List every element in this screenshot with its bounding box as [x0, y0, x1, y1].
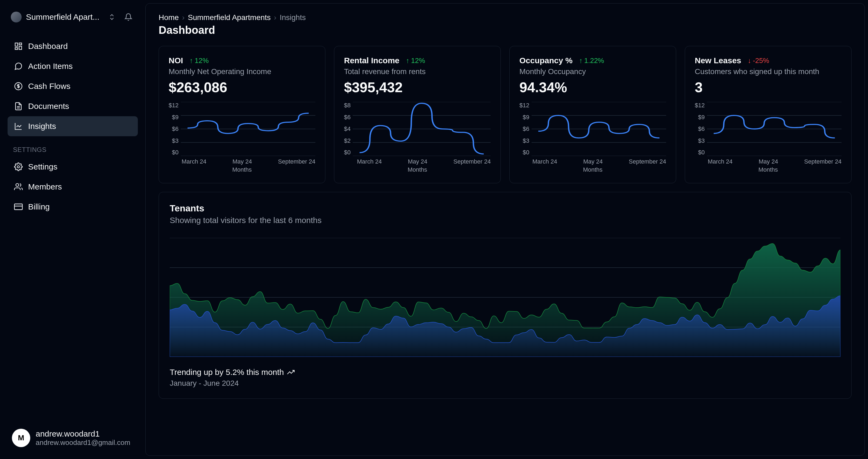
svg-rect-0: [15, 43, 18, 46]
breadcrumb: Home › Summerfield Apartments › Insights: [159, 13, 851, 22]
sidebar-item-documents[interactable]: Documents: [7, 96, 138, 116]
settings-section-label: SETTINGS: [7, 143, 138, 157]
dashboard-icon: [14, 42, 23, 51]
arrow-up-icon: ↑: [189, 57, 193, 65]
x-axis-title: Months: [695, 166, 841, 173]
sidebar-item-label: Settings: [28, 162, 57, 172]
stat-card-rental-income: Rental Income ↑12% Total revenue from re…: [334, 46, 501, 183]
org-name: Summerfield Apart...: [26, 12, 102, 22]
sidebar-item-label: Members: [28, 182, 62, 191]
org-switcher[interactable]: Summerfield Apart...: [7, 7, 138, 27]
stat-delta: ↓-25%: [748, 57, 769, 65]
y-axis: $12$9$6$3$0: [168, 102, 179, 156]
sidebar-item-members[interactable]: Members: [7, 177, 138, 197]
stat-card-new-leases: New Leases ↓-25% Customers who signed up…: [685, 46, 851, 183]
stat-value: $395,432: [344, 79, 491, 95]
stat-title: NOI: [168, 56, 183, 65]
notifications-button[interactable]: [122, 11, 134, 23]
tenants-trend: Trending up by 5.2% this month: [170, 368, 840, 377]
stat-sparkline: $8$6$4$2$0: [344, 102, 491, 156]
stat-subtitle: Total revenue from rents: [344, 67, 491, 76]
chevron-right-icon: ›: [274, 13, 276, 22]
stat-title: Rental Income: [344, 56, 399, 65]
stat-sparkline: $12$9$6$3$0: [519, 102, 666, 156]
svg-rect-7: [14, 204, 22, 210]
page-title: Dashboard: [159, 24, 851, 36]
sidebar-item-label: Action Items: [28, 62, 73, 71]
svg-point-6: [16, 184, 19, 186]
arrow-up-icon: ↑: [406, 57, 409, 65]
stat-value: 3: [695, 79, 841, 95]
stat-subtitle: Monthly Net Operating Income: [168, 67, 315, 76]
tenants-card: Tenants Showing total visitors for the l…: [159, 192, 851, 399]
x-axis: March 24May 24September 24: [695, 158, 841, 165]
x-axis-title: Months: [519, 166, 666, 173]
sidebar-item-action-items[interactable]: Action Items: [7, 56, 138, 76]
y-axis: $12$9$6$3$0: [519, 102, 529, 156]
sidebar-item-dashboard[interactable]: Dashboard: [7, 36, 138, 56]
chevrons-up-down-icon: [108, 13, 116, 21]
sidebar-item-label: Documents: [28, 102, 69, 111]
svg-point-5: [17, 166, 20, 168]
stat-delta: ↑12%: [189, 57, 209, 65]
sidebar-item-label: Insights: [28, 122, 56, 131]
stat-delta: ↑12%: [406, 57, 425, 65]
tenants-area-chart: [170, 238, 840, 357]
breadcrumb-home[interactable]: Home: [159, 13, 179, 22]
tenants-date-range: January - June 2024: [170, 379, 840, 388]
chevron-right-icon: ›: [182, 13, 185, 22]
chart-icon: [14, 122, 23, 130]
stat-value: $263,086: [168, 79, 315, 95]
document-icon: [14, 102, 23, 111]
user-avatar: M: [12, 429, 30, 447]
bell-icon: [124, 13, 132, 21]
dollar-icon: [14, 82, 23, 91]
sidebar-item-cash-flows[interactable]: Cash Flows: [7, 76, 138, 96]
sidebar-item-insights[interactable]: Insights: [7, 116, 138, 136]
stat-subtitle: Customers who signed up this month: [695, 67, 841, 76]
stat-card-occupancy-: Occupancy % ↑1.22% Monthly Occupancy 94.…: [509, 46, 676, 183]
stat-title: Occupancy %: [519, 56, 572, 65]
gear-icon: [14, 162, 23, 171]
stat-title: New Leases: [695, 56, 741, 65]
y-axis: $12$9$6$3$0: [695, 102, 705, 156]
stat-value: 94.34%: [519, 79, 666, 95]
sidebar-item-label: Billing: [28, 202, 50, 211]
sidebar-item-billing[interactable]: Billing: [7, 197, 138, 217]
tenants-subtitle: Showing total visitors for the last 6 mo…: [170, 216, 840, 225]
tenants-title: Tenants: [170, 203, 840, 214]
stat-sparkline: $12$9$6$3$0: [695, 102, 841, 156]
svg-rect-1: [19, 43, 22, 45]
sidebar-item-label: Dashboard: [28, 42, 68, 51]
arrow-up-icon: ↑: [579, 57, 583, 65]
breadcrumb-org[interactable]: Summerfield Apartments: [188, 13, 271, 22]
x-axis: March 24May 24September 24: [519, 158, 666, 165]
x-axis-title: Months: [168, 166, 315, 173]
org-switch-button[interactable]: [106, 11, 118, 23]
sidebar-item-settings[interactable]: Settings: [7, 157, 138, 177]
trending-up-icon: [287, 368, 294, 376]
svg-rect-2: [19, 46, 22, 50]
stat-card-noi: NOI ↑12% Monthly Net Operating Income $2…: [159, 46, 326, 183]
user-email: andrew.woodard1@gmail.com: [36, 438, 130, 447]
card-icon: [14, 203, 23, 211]
chat-icon: [14, 62, 23, 70]
stat-sparkline: $12$9$6$3$0: [168, 102, 315, 156]
stat-delta: ↑1.22%: [579, 57, 604, 65]
x-axis: March 24May 24September 24: [344, 158, 491, 165]
y-axis: $8$6$4$2$0: [344, 102, 350, 156]
stat-subtitle: Monthly Occupancy: [519, 67, 666, 76]
svg-rect-3: [15, 48, 18, 50]
x-axis-title: Months: [344, 166, 491, 173]
breadcrumb-current: Insights: [280, 13, 306, 22]
org-avatar: [11, 11, 22, 23]
sidebar-item-label: Cash Flows: [28, 82, 70, 91]
x-axis: March 24May 24September 24: [168, 158, 315, 165]
users-icon: [14, 182, 23, 191]
arrow-down-icon: ↓: [748, 57, 751, 65]
user-menu[interactable]: M andrew.woodard1 andrew.woodard1@gmail.…: [7, 424, 138, 452]
user-name: andrew.woodard1: [36, 429, 130, 438]
